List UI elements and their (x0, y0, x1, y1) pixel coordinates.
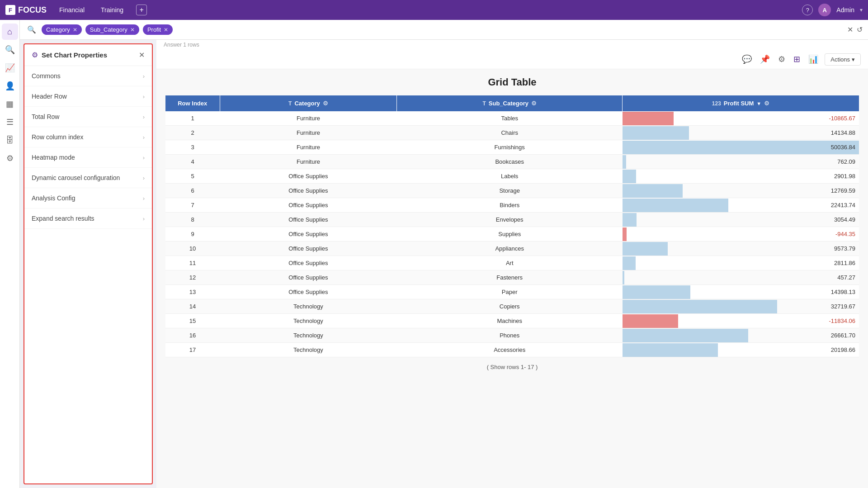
td-profit-5: 12769.59 (623, 184, 859, 198)
td-subcategory-0: Tables (397, 111, 623, 126)
panel-title: Set Chart Properties (42, 51, 135, 59)
td-profit-10: 2811.86 (623, 256, 859, 270)
td-subcategory-5: Storage (397, 184, 623, 198)
table-row: 1 Furniture Tables -10865.67 (165, 111, 859, 126)
panel-item-dynamic-carousel-configuration[interactable]: Dynamic carousel configuration › (24, 168, 152, 188)
nav-add-button[interactable]: + (136, 5, 147, 15)
filter-chip-subcategory-label: Sub_Category (90, 26, 127, 33)
td-subcategory-7: Envelopes (397, 213, 623, 227)
table-row: 13 Office Supplies Paper 14398.13 (165, 285, 859, 299)
nav-training[interactable]: Training (97, 5, 127, 15)
td-profit-8: -944.35 (623, 227, 859, 242)
logo-icon: F (5, 5, 15, 15)
panel-item-analysis-config[interactable]: Analysis Config › (24, 188, 152, 208)
toolbar-pin-icon[interactable]: 📌 (758, 52, 772, 66)
sidebar-settings-icon[interactable]: ⚙ (2, 150, 18, 166)
filter-chip-category[interactable]: Category ✕ (42, 24, 82, 35)
toolbar-settings-icon[interactable]: ⚙ (776, 52, 787, 66)
app-logo: F FOCUS (5, 5, 47, 15)
filter-chip-profit[interactable]: Profit ✕ (143, 24, 173, 35)
panel-item-header-row[interactable]: Header Row › (24, 86, 152, 107)
chart-toolbar: 💬 📌 ⚙ ⊞ 📊 Actions ▾ (156, 50, 868, 69)
th-subcategory-label: Sub_Category (489, 100, 528, 107)
td-category-2: Furniture (220, 140, 397, 155)
th-profit-label: Profit SUM (724, 100, 754, 107)
table-row: 5 Office Supplies Labels 2901.98 (165, 169, 859, 184)
th-category-settings-icon[interactable]: ⚙ (323, 100, 328, 107)
actions-label: Actions (830, 56, 850, 63)
td-subcategory-13: Copiers (397, 299, 623, 314)
td-profit-7: 3054.49 (623, 213, 859, 227)
td-category-8: Office Supplies (220, 227, 397, 242)
td-profit-12: 14398.13 (623, 285, 859, 299)
toolbar-comment-icon[interactable]: 💬 (740, 52, 754, 66)
chart-area: Answer 1 rows 💬 📌 ⚙ ⊞ 📊 Actions ▾ Grid T… (156, 40, 868, 488)
td-profit-1: 14134.88 (623, 126, 859, 140)
filter-bar-close-icon[interactable]: ✕ (847, 25, 853, 34)
actions-button[interactable]: Actions ▾ (825, 53, 861, 66)
panel-item-total-row[interactable]: Total Row › (24, 107, 152, 127)
nav-financial[interactable]: Financial (56, 5, 88, 15)
td-row-index-7: 8 (165, 213, 220, 227)
th-profit-settings-icon[interactable]: ⚙ (764, 100, 769, 107)
th-subcategory: T Sub_Category ⚙ (397, 95, 623, 111)
td-category-11: Office Supplies (220, 270, 397, 285)
panel-item-chevron-icon: › (143, 134, 145, 141)
table-row: 7 Office Supplies Binders 22413.74 (165, 198, 859, 213)
table-header-row: Row Index T Category ⚙ (165, 95, 859, 111)
th-profit: 123 Profit SUM ▼ ⚙ (623, 95, 859, 111)
filter-bar: 🔍 Category ✕ Sub_Category ✕ Profit ✕ ✕ ↺ (20, 20, 868, 40)
sidebar-search-icon[interactable]: 🔍 (2, 42, 18, 58)
toolbar-grid-icon[interactable]: ⊞ (792, 52, 802, 66)
sidebar-chart-icon[interactable]: 📈 (2, 60, 18, 76)
sidebar-database-icon[interactable]: 🗄 (2, 132, 18, 148)
td-category-16: Technology (220, 343, 397, 357)
panel-item-chevron-icon: › (143, 93, 145, 100)
td-category-15: Technology (220, 328, 397, 343)
table-row: 10 Office Supplies Appliances 9573.79 (165, 242, 859, 256)
panel-item-chevron-icon: › (143, 195, 145, 202)
sidebar-user-icon[interactable]: 👤 (2, 78, 18, 94)
td-row-index-15: 16 (165, 328, 220, 343)
filter-chip-category-close-icon[interactable]: ✕ (73, 27, 77, 33)
td-row-index-6: 7 (165, 198, 220, 213)
panel-item-heatmap-mode[interactable]: Heatmap mode › (24, 147, 152, 168)
table-body: 1 Furniture Tables -10865.67 2 Furniture… (165, 111, 859, 357)
td-category-13: Technology (220, 299, 397, 314)
filter-chip-subcategory[interactable]: Sub_Category ✕ (85, 24, 139, 35)
td-profit-9: 9573.79 (623, 242, 859, 256)
sidebar-home-icon[interactable]: ⌂ (2, 24, 18, 40)
help-button[interactable]: ? (802, 5, 813, 15)
top-nav: F FOCUS Financial Training + ? A Admin ▾ (0, 0, 868, 20)
td-row-index-16: 17 (165, 343, 220, 357)
td-profit-13: 32719.67 (623, 299, 859, 314)
properties-panel: ⚙ Set Chart Properties ✕ Commons › Heade… (24, 43, 153, 484)
grid-title: Grid Table (165, 76, 859, 88)
td-category-7: Office Supplies (220, 213, 397, 227)
td-subcategory-14: Machines (397, 314, 623, 328)
sidebar-list-icon[interactable]: ☰ (2, 114, 18, 130)
td-category-3: Furniture (220, 155, 397, 169)
th-category-type-icon: T (288, 100, 292, 107)
table-row: 3 Furniture Furnishings 50036.84 (165, 140, 859, 155)
panel-item-expand-search-results[interactable]: Expand search results › (24, 208, 152, 229)
filter-chip-subcategory-close-icon[interactable]: ✕ (130, 27, 135, 33)
td-category-10: Office Supplies (220, 256, 397, 270)
td-subcategory-2: Furnishings (397, 140, 623, 155)
td-category-6: Office Supplies (220, 198, 397, 213)
filter-chip-profit-close-icon[interactable]: ✕ (164, 27, 168, 33)
td-row-index-2: 3 (165, 140, 220, 155)
panel-close-icon[interactable]: ✕ (139, 51, 145, 59)
filter-bar-refresh-icon[interactable]: ↺ (857, 25, 863, 34)
th-subcategory-settings-icon[interactable]: ⚙ (531, 100, 537, 107)
show-rows-label: ( Show rows 1- 17 ) (165, 357, 859, 377)
sidebar-table-icon[interactable]: ▦ (2, 96, 18, 112)
th-profit-sort-icon[interactable]: ▼ (756, 101, 761, 106)
search-icon[interactable]: 🔍 (25, 24, 38, 36)
toolbar-chart-icon[interactable]: 📊 (807, 52, 820, 66)
admin-chevron-icon[interactable]: ▾ (860, 7, 863, 13)
panel-item-commons[interactable]: Commons › (24, 66, 152, 86)
panel-item-row-column-index[interactable]: Row column index › (24, 127, 152, 147)
td-subcategory-16: Accessories (397, 343, 623, 357)
table-row: 14 Technology Copiers 32719.67 (165, 299, 859, 314)
